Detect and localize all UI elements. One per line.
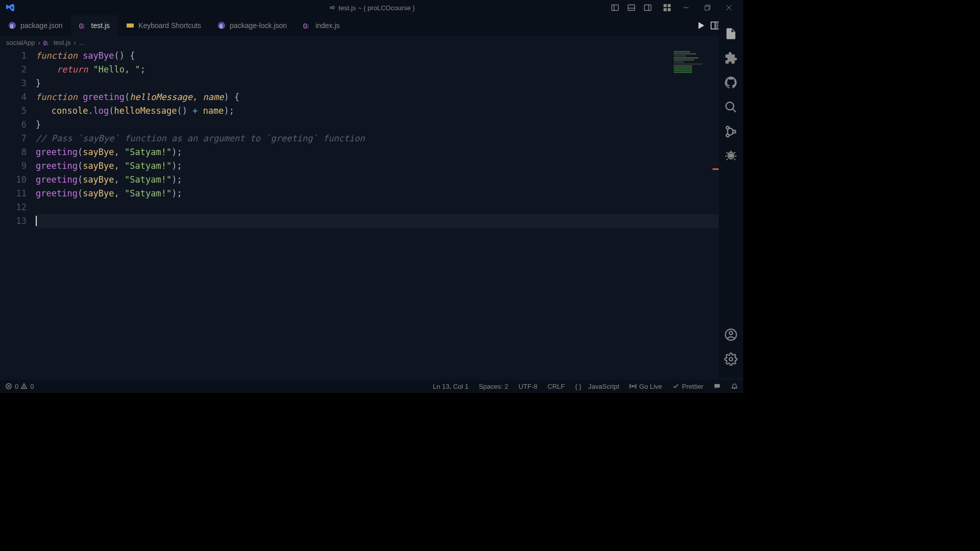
tab-package-lock-json[interactable]: {}package-lock.json [209, 15, 295, 36]
status-bar: 0 0 Ln 13, Col 1 Spaces: 2 UTF-8 CRLF { … [0, 380, 743, 393]
language-mode[interactable]: { } JavaScript [575, 383, 620, 390]
tab-label: package.json [20, 21, 63, 30]
svg-point-34 [726, 134, 729, 137]
line-number: 2 [0, 63, 27, 77]
svg-point-36 [729, 154, 733, 158]
maximize-button[interactable] [697, 1, 718, 14]
window-title: test.js ~ { proLCOcourse } [328, 4, 414, 12]
line-number: 3 [0, 77, 27, 90]
eol[interactable]: CRLF [548, 383, 565, 390]
explorer-icon[interactable] [719, 21, 743, 46]
js-icon: (); [303, 21, 311, 30]
extensions-icon[interactable] [719, 46, 743, 70]
svg-point-33 [726, 127, 729, 129]
indentation[interactable]: Spaces: 2 [479, 383, 508, 390]
panel-left-icon[interactable] [607, 1, 623, 14]
line-number: 8 [0, 145, 27, 159]
keyboard-icon [126, 21, 134, 30]
tab-bar: {}package.json();test.jsKeyboard Shortcu… [0, 15, 743, 36]
code-line[interactable] [36, 214, 719, 228]
go-live[interactable]: Go Live [629, 383, 662, 390]
svg-rect-18 [127, 23, 134, 28]
tab-label: index.js [315, 21, 339, 30]
svg-text:();: (); [43, 40, 48, 45]
close-button[interactable] [719, 1, 739, 14]
code-line[interactable]: } [36, 118, 719, 132]
line-number: 9 [0, 159, 27, 173]
cursor-position[interactable]: Ln 13, Col 1 [433, 383, 469, 390]
overview-ruler-mark [713, 168, 719, 170]
github-icon[interactable] [719, 70, 743, 95]
svg-rect-1 [612, 5, 619, 11]
svg-rect-7 [664, 4, 667, 7]
debug-icon[interactable] [719, 144, 743, 168]
svg-point-38 [729, 332, 733, 335]
panel-right-icon[interactable] [640, 1, 655, 14]
settings-icon[interactable] [719, 347, 743, 371]
breadcrumb-tail[interactable]: ... [79, 39, 85, 46]
activity-bar [719, 15, 743, 378]
svg-point-44 [24, 387, 24, 388]
line-number: 4 [0, 90, 27, 104]
line-number: 5 [0, 104, 27, 118]
code-line[interactable]: greeting(sayBye, "Satyam!"); [36, 173, 719, 187]
tab-label: package-lock.json [230, 21, 287, 30]
svg-rect-10 [668, 8, 671, 11]
code-line[interactable] [36, 201, 719, 214]
json-icon: {} [8, 21, 16, 30]
code-line[interactable]: } [36, 77, 719, 90]
svg-text:();: (); [303, 22, 309, 29]
svg-rect-5 [645, 5, 651, 11]
line-number-gutter: 12345678910111213 [0, 49, 36, 378]
tab-package-json[interactable]: {}package.json [0, 15, 71, 36]
line-number: 10 [0, 173, 27, 187]
vscode-window: test.js ~ { proLCOcourse } {}package.jso… [0, 0, 743, 393]
panel-bottom-icon[interactable] [624, 1, 639, 14]
tab-label: Keyboard Shortcuts [138, 21, 201, 30]
status-errors[interactable]: 0 [5, 383, 18, 390]
tab-index-js[interactable]: ();index.js [295, 15, 348, 36]
search-icon[interactable] [719, 95, 743, 119]
svg-point-35 [733, 130, 736, 133]
cursor [36, 216, 37, 226]
source-control-icon[interactable] [719, 119, 743, 144]
line-number: 12 [0, 201, 27, 214]
bell-icon[interactable] [731, 383, 738, 390]
svg-text:{}: {} [10, 23, 13, 28]
tab-test-js[interactable]: ();test.js [71, 14, 118, 36]
code-line[interactable]: greeting(sayBye, "Satyam!"); [36, 145, 719, 159]
svg-line-32 [732, 109, 736, 112]
feedback-icon[interactable] [714, 383, 721, 390]
js-icon: (); [43, 39, 51, 46]
account-icon[interactable] [719, 322, 743, 347]
code-line[interactable]: function greeting(helloMessage, name) { [36, 90, 719, 104]
svg-text:{}: {} [219, 23, 223, 28]
code-line[interactable]: // Pass `sayBye` function as an argument… [36, 132, 719, 145]
line-number: 7 [0, 132, 27, 145]
code-line[interactable]: console.log(helloMessage() + name); [36, 104, 719, 118]
line-number: 13 [0, 214, 27, 228]
status-warnings[interactable]: 0 [20, 383, 34, 390]
minimize-button[interactable] [676, 1, 696, 14]
layout-grid-icon[interactable] [659, 1, 675, 14]
code-line[interactable]: function sayBye() { [36, 49, 719, 63]
line-number: 1 [0, 49, 27, 63]
minimap[interactable] [674, 51, 715, 71]
breadcrumb[interactable]: socialApp › (); test.js › ... [0, 36, 743, 49]
svg-rect-46 [715, 384, 720, 388]
line-number: 11 [0, 187, 27, 201]
breadcrumb-root[interactable]: socialApp [6, 39, 35, 46]
code-line[interactable]: greeting(sayBye, "Satyam!"); [36, 187, 719, 201]
svg-rect-3 [628, 5, 635, 11]
code-line[interactable]: return "Hello, "; [36, 63, 719, 77]
run-icon[interactable] [696, 21, 705, 30]
code-line[interactable]: greeting(sayBye, "Satyam!"); [36, 159, 719, 173]
prettier[interactable]: Prettier [672, 383, 703, 390]
svg-rect-12 [705, 6, 709, 10]
tab-keyboard-shortcuts[interactable]: Keyboard Shortcuts [118, 15, 209, 36]
encoding[interactable]: UTF-8 [519, 383, 537, 390]
js-icon: (); [79, 21, 87, 30]
code-area[interactable]: function sayBye() { return "Hello, ";}fu… [36, 49, 719, 378]
breadcrumb-file[interactable]: test.js [54, 39, 71, 46]
editor[interactable]: 12345678910111213 function sayBye() { re… [0, 49, 719, 378]
